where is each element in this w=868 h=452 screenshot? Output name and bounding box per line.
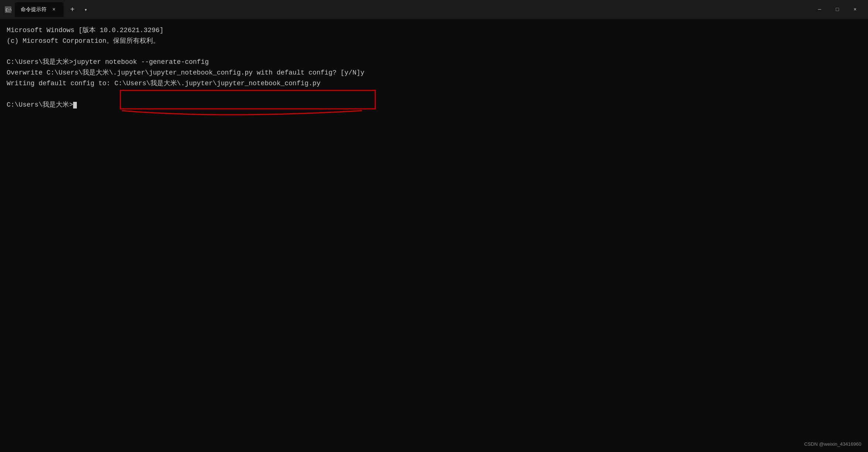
tab-close-button[interactable]: × (50, 6, 58, 13)
minimize-button[interactable]: ─ (811, 4, 828, 15)
terminal-line-5: Overwrite C:\Users\我是大米\.jupyter\jupyter… (7, 68, 861, 78)
svg-text:C:\: C:\ (6, 8, 11, 12)
terminal-icon: C:\ (4, 6, 12, 13)
cursor (73, 102, 77, 108)
terminal-line-2: (c) Microsoft Corporation。保留所有权利。 (7, 36, 861, 46)
close-button[interactable]: × (847, 4, 864, 15)
terminal-line-1: Microsoft Windows [版本 10.0.22621.3296] (7, 25, 861, 36)
terminal-line-3 (7, 46, 861, 57)
watermark: CSDN @weixin_43416960 (804, 441, 861, 448)
titlebar: C:\ 命令提示符 × + ▾ ─ □ × (0, 0, 868, 19)
tab-title: 命令提示符 (21, 6, 47, 13)
terminal-line-7 (7, 89, 861, 100)
terminal-window: C:\ 命令提示符 × + ▾ ─ □ × Microsoft Windows … (0, 0, 868, 452)
new-tab-button[interactable]: + (66, 4, 78, 15)
terminal-line-6: Writing default config to: C:\Users\我是大米… (7, 78, 861, 89)
window-controls: ─ □ × (811, 4, 864, 15)
tab-dropdown-button[interactable]: ▾ (81, 5, 90, 14)
terminal-line-4: C:\Users\我是大米>jupyter notebook --generat… (7, 57, 861, 68)
active-tab[interactable]: 命令提示符 × (15, 2, 64, 17)
maximize-button[interactable]: □ (829, 4, 846, 15)
terminal-body[interactable]: Microsoft Windows [版本 10.0.22621.3296] (… (0, 19, 868, 452)
terminal-line-8: C:\Users\我是大米> (7, 100, 861, 110)
